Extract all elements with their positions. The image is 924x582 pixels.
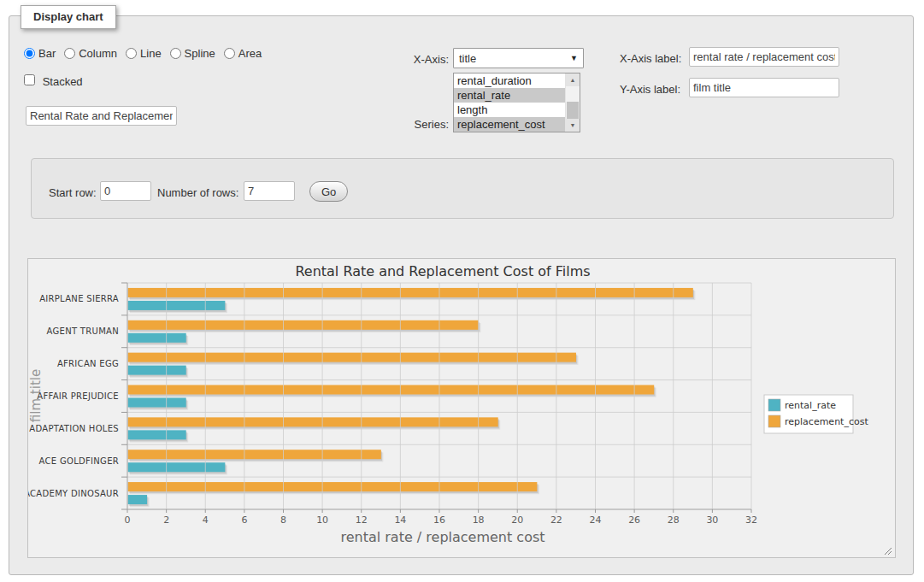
rental_rate-bar <box>128 495 148 504</box>
yaxis-label-input[interactable] <box>689 78 839 97</box>
x-tick-label: 6 <box>241 514 247 526</box>
replacement_cost-bar <box>128 288 693 297</box>
radio-column-label: Column <box>79 47 117 60</box>
x-tick-label: 8 <box>280 514 286 526</box>
chart-type-radio-group: Bar Column Line Spline Area <box>24 47 270 60</box>
legend-swatch-rental_rate <box>768 399 780 411</box>
x-tick-label: 26 <box>628 514 640 526</box>
series-listbox[interactable]: rental_duration rental_rate length repla… <box>453 73 580 132</box>
rental_rate-bar <box>128 462 226 472</box>
x-tick-label: 28 <box>668 514 680 526</box>
series-caption: Series: <box>376 118 449 131</box>
replacement_cost-bar <box>128 482 538 491</box>
chart-container: Rental Rate and Replacement Cost of Film… <box>27 258 896 558</box>
xaxis-caption: X-Axis: <box>376 53 449 66</box>
radio-bar-label: Bar <box>38 47 56 60</box>
xaxis-selected-value: title <box>459 52 570 65</box>
replacement_cost-bar <box>128 450 381 459</box>
stacked-label: Stacked <box>43 75 83 88</box>
num-rows-input[interactable] <box>244 181 295 201</box>
radio-area-input[interactable] <box>224 48 235 59</box>
legend-label-rental_rate: rental_rate <box>785 400 836 411</box>
x-tick-label: 14 <box>394 514 406 526</box>
replacement_cost-bar <box>128 353 576 362</box>
radio-spline-input[interactable] <box>170 48 181 59</box>
radio-column-input[interactable] <box>64 48 75 59</box>
bar-chart-svg: Rental Rate and Replacement Cost of Film… <box>28 259 895 557</box>
category-label: AIRPLANE SIERRA <box>39 294 119 303</box>
series-option-length[interactable]: length <box>454 103 565 117</box>
start-row-caption: Start row: <box>49 186 97 199</box>
rental_rate-bar <box>128 366 186 375</box>
category-label: AGENT TRUMAN <box>47 326 119 336</box>
rental_rate-bar <box>128 398 186 408</box>
x-tick-label: 20 <box>511 514 523 526</box>
radio-area-label: Area <box>238 47 262 60</box>
x-axis-title: rental rate / replacement cost <box>340 529 544 545</box>
xaxis-label-input[interactable] <box>689 47 839 67</box>
x-tick-label: 16 <box>433 514 445 526</box>
scroll-up-icon[interactable]: ▲ <box>566 73 580 86</box>
dropdown-arrow-icon: ▼ <box>570 54 578 62</box>
legend-label-replacement_cost: replacement_cost <box>785 416 868 427</box>
yaxis-label-caption: Y-Axis label: <box>620 83 680 96</box>
series-option-rental-rate[interactable]: rental_rate <box>454 88 565 103</box>
x-tick-label: 12 <box>356 514 368 526</box>
num-rows-caption: Number of rows: <box>157 186 238 199</box>
x-tick-label: 24 <box>590 514 602 526</box>
replacement_cost-bar <box>128 385 655 395</box>
legend-swatch-replacement_cost <box>768 415 780 427</box>
radio-spline[interactable]: Spline <box>170 47 215 60</box>
stacked-checkbox-row: Stacked <box>24 74 83 88</box>
category-label: ADAPTATION HOLES <box>29 424 119 433</box>
series-scrollbar[interactable]: ▲ ▼ <box>565 73 580 132</box>
x-tick-label: 18 <box>473 514 485 526</box>
chart-resize-handle[interactable] <box>885 548 892 555</box>
chart-title: Rental Rate and Replacement Cost of Film… <box>295 263 590 279</box>
series-options: rental_duration rental_rate length repla… <box>454 73 565 132</box>
radio-area[interactable]: Area <box>224 47 262 60</box>
category-label: ACADEMY DINOSAUR <box>28 489 119 498</box>
x-tick-label: 10 <box>316 514 328 526</box>
category-label: AFRICAN EGG <box>57 359 119 368</box>
rental_rate-bar <box>128 430 186 439</box>
radio-line-input[interactable] <box>126 48 137 59</box>
rental_rate-bar <box>128 301 226 310</box>
go-button[interactable]: Go <box>309 181 348 202</box>
category-label: AFFAIR PREJUDICE <box>37 391 119 401</box>
x-tick-label: 22 <box>550 514 562 526</box>
stacked-checkbox-label-wrap[interactable]: Stacked <box>24 74 83 88</box>
replacement_cost-bar <box>128 417 498 426</box>
x-tick-label: 2 <box>163 514 169 526</box>
series-option-replacement-cost[interactable]: replacement_cost <box>454 117 565 132</box>
rental_rate-bar <box>128 333 186 343</box>
xaxis-select[interactable]: title ▼ <box>453 48 584 68</box>
scrollbar-thumb[interactable] <box>567 102 579 119</box>
panel-title-tab: Display chart <box>21 5 116 29</box>
scroll-down-icon[interactable]: ▼ <box>566 119 580 132</box>
x-tick-label: 4 <box>203 514 209 526</box>
chart-title-input[interactable] <box>26 106 177 126</box>
y-axis-title: film title <box>28 369 44 422</box>
start-row-input[interactable] <box>100 181 151 201</box>
x-tick-label: 30 <box>706 514 718 526</box>
radio-bar-input[interactable] <box>24 48 35 59</box>
panel-title: Display chart <box>33 10 103 23</box>
radio-line-label: Line <box>140 47 162 60</box>
radio-bar[interactable]: Bar <box>24 47 56 60</box>
radio-column[interactable]: Column <box>64 47 117 60</box>
x-tick-label: 0 <box>125 514 131 526</box>
stacked-checkbox[interactable] <box>24 74 35 85</box>
category-label: ACE GOLDFINGER <box>39 456 119 466</box>
xaxis-label-caption: X-Axis label: <box>620 52 681 65</box>
series-option-rental-duration[interactable]: rental_duration <box>454 73 565 88</box>
radio-spline-label: Spline <box>185 47 215 60</box>
radio-line[interactable]: Line <box>126 47 162 60</box>
x-tick-label: 32 <box>745 514 757 526</box>
replacement_cost-bar <box>128 320 479 330</box>
